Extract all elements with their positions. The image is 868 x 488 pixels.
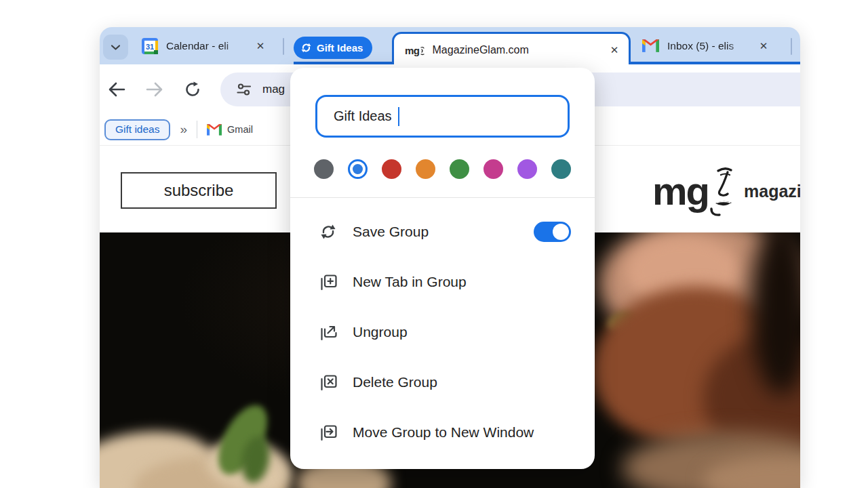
bookmarks-divider <box>197 121 197 138</box>
site-logo: mg magazin <box>652 161 800 222</box>
chevron-down-icon <box>111 44 121 51</box>
forward-arrow-icon <box>146 82 163 97</box>
screen: 31 Calendar - eli ✕ Gift Ideas <box>0 0 868 488</box>
tune-icon <box>237 83 252 96</box>
menu-item-delete-group[interactable]: Delete Group <box>290 357 595 407</box>
new-tab-in-group-icon <box>319 272 338 291</box>
back-arrow-icon <box>108 82 125 97</box>
menu-item-label: Save Group <box>353 224 429 240</box>
bookmarks-overflow-icon[interactable]: » <box>180 122 187 137</box>
toggle-knob <box>553 224 569 240</box>
forward-button[interactable] <box>144 79 165 100</box>
subscribe-button[interactable]: subscribe <box>121 172 277 209</box>
tab-group-popup: Gift Ideas <box>290 68 595 469</box>
reload-icon <box>184 81 201 98</box>
bookmark-gift-ideas[interactable]: Gift ideas <box>104 119 170 140</box>
svg-text:31: 31 <box>146 42 154 50</box>
popup-menu: Save Group New Tab in Group <box>290 207 595 458</box>
gmail-favicon-icon <box>642 39 659 52</box>
color-swatch-green[interactable] <box>450 159 469 179</box>
close-icon[interactable]: ✕ <box>607 43 622 58</box>
group-name-input[interactable]: Gift Ideas <box>315 95 570 138</box>
mg-favicon-icon: mg <box>405 45 425 56</box>
close-icon[interactable]: ✕ <box>756 39 771 54</box>
menu-item-label: Delete Group <box>353 374 437 390</box>
address-text: mag <box>262 83 285 96</box>
gmail-icon <box>207 124 222 136</box>
tab-group-label-text: Gift Ideas <box>317 42 363 54</box>
reload-button[interactable] <box>182 79 203 100</box>
menu-item-label: Ungroup <box>353 324 408 340</box>
tab-title: MagazineGlam.com <box>433 44 608 56</box>
tab-magazineglam-active[interactable]: mg MagazineGlam.com ✕ <box>392 32 631 66</box>
color-swatch-purple[interactable] <box>517 159 537 179</box>
color-swatch-pink[interactable] <box>484 159 503 179</box>
save-group-icon <box>319 222 338 241</box>
menu-item-new-tab-in-group[interactable]: New Tab in Group <box>290 257 595 307</box>
logo-mg-text: mg <box>652 171 709 211</box>
color-swatch-grey[interactable] <box>314 159 334 179</box>
popup-divider <box>290 197 595 198</box>
color-swatch-red[interactable] <box>382 159 401 179</box>
menu-item-label: Move Group to New Window <box>353 424 534 441</box>
tab-separator <box>283 38 284 55</box>
save-group-toggle[interactable] <box>534 222 571 242</box>
menu-item-label: New Tab in Group <box>353 274 467 290</box>
calendar-favicon-icon: 31 <box>142 38 158 54</box>
menu-item-move-group-to-new-window[interactable]: Move Group to New Window <box>290 407 595 458</box>
face-icon <box>709 165 737 217</box>
tab-inbox[interactable]: Inbox (5) - elis ✕ <box>642 27 788 64</box>
bookmark-gmail[interactable]: Gmail <box>207 124 253 136</box>
bookmark-label: Gmail <box>227 124 253 135</box>
color-swatch-orange[interactable] <box>416 159 435 179</box>
logo-word-text: magazin <box>744 182 800 201</box>
tab-calendar[interactable]: 31 Calendar - eli ✕ <box>138 27 281 64</box>
tab-search-button[interactable] <box>103 35 128 60</box>
tab-title: Calendar - eli <box>166 40 248 52</box>
menu-item-save-group[interactable]: Save Group <box>290 207 595 257</box>
tab-separator <box>791 38 792 55</box>
menu-item-ungroup[interactable]: Ungroup <box>290 307 595 357</box>
delete-group-icon <box>319 373 338 392</box>
selected-dot <box>353 164 363 174</box>
tab-group-label[interactable]: Gift Ideas <box>294 37 372 59</box>
color-swatch-blue[interactable] <box>348 159 368 179</box>
tab-strip: 31 Calendar - eli ✕ Gift Ideas <box>100 27 800 64</box>
tab-title: Inbox (5) - elis <box>667 40 752 52</box>
back-button[interactable] <box>106 79 127 100</box>
color-swatch-teal[interactable] <box>551 159 571 179</box>
move-group-icon <box>319 423 338 442</box>
saved-group-icon <box>300 42 312 54</box>
close-icon[interactable]: ✕ <box>253 39 268 54</box>
ungroup-icon <box>319 323 338 342</box>
color-swatch-row <box>314 159 571 179</box>
group-name-value: Gift Ideas <box>334 108 392 124</box>
text-caret <box>398 107 399 126</box>
subscribe-label: subscribe <box>164 181 234 200</box>
bookmark-label: Gift ideas <box>115 123 159 136</box>
